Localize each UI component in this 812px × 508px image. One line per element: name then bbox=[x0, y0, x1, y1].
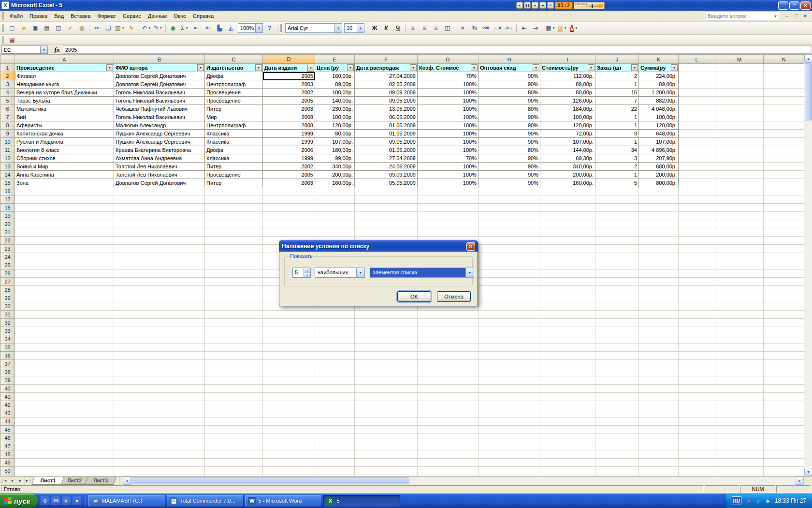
cell-N44[interactable] bbox=[764, 418, 804, 426]
cell-L13[interactable] bbox=[679, 163, 715, 171]
task-total-commander[interactable]: ▤Total Commander 7.0... bbox=[167, 495, 243, 507]
cell-I37[interactable] bbox=[540, 360, 595, 368]
cell-K9[interactable]: 648,00р. bbox=[639, 130, 679, 138]
window-minimize-button[interactable]: – bbox=[778, 1, 788, 10]
italic-button[interactable]: К bbox=[381, 23, 392, 33]
cell-F31[interactable] bbox=[355, 311, 418, 319]
cell-E39[interactable] bbox=[315, 376, 355, 385]
cell-N22[interactable] bbox=[764, 237, 804, 245]
cell-G21[interactable] bbox=[418, 228, 478, 237]
cell-D2[interactable]: 2005 bbox=[263, 72, 315, 80]
cell-I38[interactable] bbox=[540, 368, 595, 376]
row-header-14[interactable]: 14 bbox=[0, 171, 15, 179]
cell-F21[interactable] bbox=[355, 228, 418, 237]
cell-A3[interactable]: Невидимая книга bbox=[15, 80, 114, 89]
cell-E4[interactable]: 100,00р. bbox=[315, 89, 355, 97]
cell-A11[interactable]: Биология 8 класс bbox=[15, 146, 114, 154]
cell-G45[interactable] bbox=[418, 426, 478, 434]
row-header-32[interactable]: 32 bbox=[0, 319, 15, 327]
cell-B42[interactable] bbox=[114, 401, 205, 409]
cell-I28[interactable] bbox=[540, 286, 595, 294]
cell-K10[interactable]: 107,00р. bbox=[639, 138, 679, 146]
cell-E13[interactable]: 340,00р. bbox=[315, 163, 355, 171]
cell-N49[interactable] bbox=[764, 459, 804, 467]
cell-I48[interactable] bbox=[540, 450, 595, 459]
zoom-combo-dropdown-icon[interactable]: ▼ bbox=[255, 23, 263, 33]
cell-J35[interactable] bbox=[595, 344, 639, 352]
cell-B25[interactable] bbox=[114, 261, 205, 269]
count-value[interactable]: 5 bbox=[293, 268, 304, 277]
custom-toolbar-button[interactable]: ▦ bbox=[7, 35, 17, 45]
cell-D21[interactable] bbox=[263, 228, 315, 237]
cell-G33[interactable] bbox=[418, 327, 478, 335]
cell-L45[interactable] bbox=[679, 426, 715, 434]
cell-E5[interactable]: 140,00р. bbox=[315, 97, 355, 105]
cell-K28[interactable] bbox=[639, 286, 679, 294]
cell-K45[interactable] bbox=[639, 426, 679, 434]
cell-H3[interactable]: 90% bbox=[478, 80, 540, 89]
cell-J27[interactable] bbox=[595, 278, 639, 286]
cell-B28[interactable] bbox=[114, 286, 205, 294]
cell-G38[interactable] bbox=[418, 368, 478, 376]
cell-K13[interactable]: 680,00р. bbox=[639, 163, 679, 171]
cell-B9[interactable]: Пушкин Александр Сергеевич bbox=[114, 130, 205, 138]
cell-L9[interactable] bbox=[679, 130, 715, 138]
cell-M25[interactable] bbox=[715, 261, 764, 269]
cell-C5[interactable]: Просвещение bbox=[205, 97, 263, 105]
cell-I45[interactable] bbox=[540, 426, 595, 434]
drawing-button[interactable]: ◭ bbox=[226, 23, 236, 33]
cell-H5[interactable]: 90% bbox=[478, 97, 540, 105]
cell-D9[interactable]: 1999 bbox=[263, 130, 315, 138]
cell-K21[interactable] bbox=[639, 228, 679, 237]
cell-E45[interactable] bbox=[315, 426, 355, 434]
cell-D3[interactable]: 2003 bbox=[263, 80, 315, 89]
cell-C50[interactable] bbox=[205, 467, 263, 475]
filter-button-b[interactable]: ▼ bbox=[197, 64, 204, 71]
cell-I51[interactable] bbox=[540, 475, 595, 477]
cell-D31[interactable] bbox=[263, 311, 315, 319]
cell-C39[interactable] bbox=[205, 376, 263, 385]
cell-F42[interactable] bbox=[355, 401, 418, 409]
cell-K14[interactable]: 200,00р. bbox=[639, 171, 679, 179]
cell-M50[interactable] bbox=[715, 467, 764, 475]
cell-F9[interactable]: 01.05.2009 bbox=[355, 130, 418, 138]
cell-J6[interactable]: 22 bbox=[595, 105, 639, 113]
column-header-k[interactable]: K bbox=[639, 55, 679, 64]
cell-G9[interactable]: 100% bbox=[418, 130, 478, 138]
cell-B47[interactable] bbox=[114, 442, 205, 450]
cell-C22[interactable] bbox=[205, 237, 263, 245]
cell-K42[interactable] bbox=[639, 401, 679, 409]
row-header-40[interactable]: 40 bbox=[0, 385, 15, 393]
cell-L19[interactable] bbox=[679, 212, 715, 220]
recorder-close-button[interactable]: ✕ bbox=[547, 2, 554, 9]
cell-B39[interactable] bbox=[114, 376, 205, 385]
cell-I19[interactable] bbox=[540, 212, 595, 220]
cell-I20[interactable] bbox=[540, 220, 595, 228]
cell-J8[interactable]: 1 bbox=[595, 121, 639, 130]
cell-N41[interactable] bbox=[764, 393, 804, 401]
align-center-button[interactable]: ≡ bbox=[419, 23, 430, 33]
cell-G8[interactable]: 100% bbox=[418, 121, 478, 130]
column-header-g[interactable]: G bbox=[418, 55, 478, 64]
cell-B43[interactable] bbox=[114, 409, 205, 418]
cell-M45[interactable] bbox=[715, 426, 764, 434]
cell-J30[interactable] bbox=[595, 302, 639, 311]
copy-button[interactable]: ❏ bbox=[103, 23, 114, 33]
cell-K43[interactable] bbox=[639, 409, 679, 418]
cell-N24[interactable] bbox=[764, 253, 804, 261]
cell-N3[interactable] bbox=[764, 80, 804, 89]
language-indicator[interactable]: RU bbox=[732, 496, 741, 505]
cell-A22[interactable] bbox=[15, 237, 114, 245]
cell-K49[interactable] bbox=[639, 459, 679, 467]
cell-J48[interactable] bbox=[595, 450, 639, 459]
cell-J11[interactable]: 34 bbox=[595, 146, 639, 154]
cell-H50[interactable] bbox=[478, 467, 540, 475]
cell-M29[interactable] bbox=[715, 294, 764, 302]
row-header-19[interactable]: 19 bbox=[0, 212, 15, 220]
cell-L31[interactable] bbox=[679, 311, 715, 319]
chart-wizard-button[interactable]: ▙ bbox=[214, 23, 225, 33]
cell-H24[interactable] bbox=[478, 253, 540, 261]
cell-A29[interactable] bbox=[15, 294, 114, 302]
cell-M30[interactable] bbox=[715, 302, 764, 311]
decrease-decimal-button[interactable]: ,0→ bbox=[504, 23, 514, 33]
